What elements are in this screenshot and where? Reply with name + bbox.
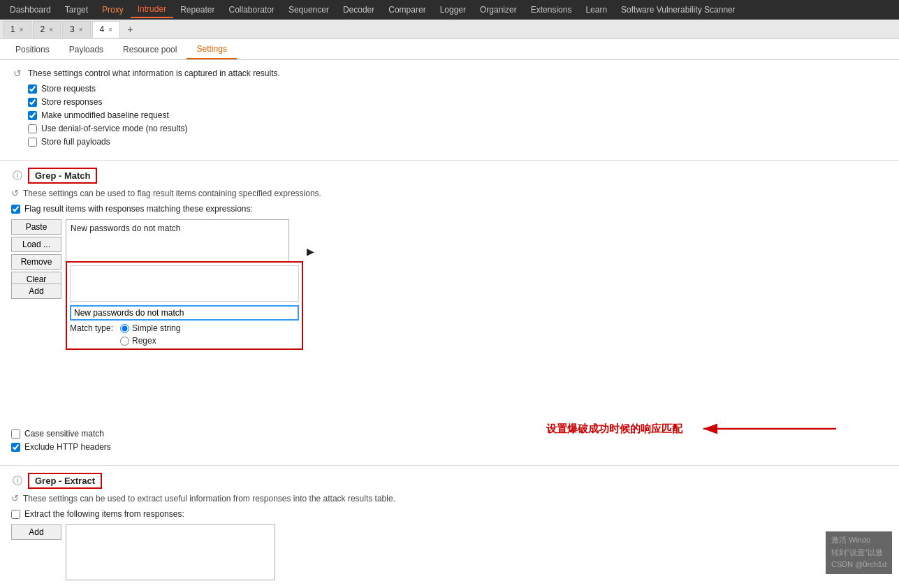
menu-proxy[interactable]: Proxy [95,2,131,17]
menu-comparer[interactable]: Comparer [381,2,432,17]
store-full-payloads-row: Store full payloads [28,137,888,147]
baseline-request-label: Make unmodified baseline request [41,110,169,120]
dos-mode-label: Use denial-of-service mode (no results) [41,124,187,133]
results-capture-header: ↺ These settings control what informatio… [11,67,888,80]
menu-svs[interactable]: Software Vulnerability Scanner [614,2,743,17]
baseline-request-row: Make unmodified baseline request [28,110,888,120]
grep-extract-reset-icon[interactable]: ↺ [11,493,19,504]
tab-3-close[interactable]: × [79,26,83,34]
grep-extract-header: ⓘ Grep - Extract [11,473,888,489]
grep-buttons-panel: Paste Load ... Remove Clear [11,219,61,287]
grep-match-info-icon[interactable]: ⓘ [11,170,24,182]
menu-organizer[interactable]: Organizer [473,2,524,17]
extract-list[interactable] [66,524,275,580]
tab-4-close[interactable]: × [108,26,112,34]
menu-intruder[interactable]: Intruder [131,1,173,18]
grep-extract-desc: These settings can be used to extract us… [23,494,395,504]
store-responses-label: Store responses [41,97,102,107]
tab-3-label: 3 [70,24,75,34]
exclude-http-headers-row: Exclude HTTP headers [11,442,888,452]
subtab-settings[interactable]: Settings [187,40,236,59]
main-content: ↺ These settings control what informatio… [0,60,899,588]
tab-bar: 1 × 2 × 3 × 4 × + [0,20,899,39]
store-requests-checkbox[interactable] [28,84,37,94]
grep-match-title: Grep - Match [28,168,97,184]
store-responses-row: Store responses [28,97,888,107]
simple-string-label[interactable]: Simple string [120,323,180,333]
grep-edit-textarea[interactable] [70,265,299,302]
tab-4-label: 4 [100,24,105,34]
arrow-right-icon: ▶ [307,246,314,257]
tab-2-close[interactable]: × [49,26,53,34]
dos-mode-checkbox[interactable] [28,124,37,133]
match-type-row: Match type: Simple string [70,323,299,333]
watermark-line1: 激活 Windo [831,534,886,547]
sub-tab-bar: Positions Payloads Resource pool Setting… [0,39,899,60]
list-item: New passwords do not match [69,223,286,234]
exclude-http-headers-label: Exclude HTTP headers [24,442,111,452]
exclude-http-headers-checkbox[interactable] [11,443,20,452]
menu-logger[interactable]: Logger [433,2,473,17]
results-capture-desc: These settings control what information … [28,68,280,78]
tab-2[interactable]: 2 × [33,21,61,38]
remove-button[interactable]: Remove [11,254,61,270]
baseline-request-checkbox[interactable] [28,111,37,120]
dos-mode-row: Use denial-of-service mode (no results) [28,124,888,133]
menu-dashboard[interactable]: Dashboard [3,2,58,17]
inline-edit-box: Match type: Simple string Match type: Re… [66,261,303,350]
menu-decoder[interactable]: Decoder [336,2,381,17]
store-responses-checkbox[interactable] [28,98,37,107]
store-full-payloads-checkbox[interactable] [28,138,37,147]
regex-label[interactable]: Regex [120,336,156,346]
tab-1-close[interactable]: × [20,26,24,34]
store-full-payloads-label: Store full payloads [41,137,110,147]
extract-items-row: Extract the following items from respons… [11,509,888,519]
menu-learn[interactable]: Learn [578,2,614,17]
case-sensitive-checkbox[interactable] [11,429,20,439]
menu-bar: Dashboard Target Proxy Intruder Repeater… [0,0,899,20]
extract-items-label: Extract the following items from respons… [24,509,184,519]
simple-string-radio[interactable] [120,324,129,333]
menu-extensions[interactable]: Extensions [524,2,579,17]
grep-extract-section: ⓘ Grep - Extract ↺ These settings can be… [0,466,899,588]
subtab-resource-pool[interactable]: Resource pool [113,41,187,59]
flag-result-items-checkbox[interactable] [11,205,20,214]
add-button[interactable]: Add [11,284,61,299]
results-reset-icon[interactable]: ↺ [11,67,24,80]
flag-result-items-row: Flag result items with responses matchin… [11,204,888,214]
grep-match-reset-icon[interactable]: ↺ [11,188,19,198]
watermark-line3: CSDN @0rch1d [831,559,886,571]
menu-target[interactable]: Target [58,2,95,17]
flag-result-items-label: Flag result items with responses matchin… [24,204,253,214]
case-sensitive-label: Case sensitive match [24,429,104,439]
menu-repeater[interactable]: Repeater [173,2,221,17]
grep-match-desc-row: ↺ These settings can be used to flag res… [11,188,888,198]
grep-extract-title: Grep - Extract [28,473,102,489]
tab-1[interactable]: 1 × [3,21,31,38]
subtab-positions[interactable]: Positions [6,41,59,59]
paste-button[interactable]: Paste [11,219,61,235]
store-requests-label: Store requests [41,84,96,94]
grep-extract-info-icon[interactable]: ⓘ [11,475,24,487]
regex-radio[interactable] [120,337,129,346]
tab-4[interactable]: 4 × [92,21,121,38]
grep-list-container: Paste Load ... Remove Clear New password… [11,219,888,289]
results-capture-section: ↺ These settings control what informatio… [0,60,899,161]
menu-sequencer[interactable]: Sequencer [282,2,336,17]
extract-add-button[interactable]: Add [11,524,61,540]
menu-collaborator[interactable]: Collaborator [222,2,282,17]
tab-2-label: 2 [41,24,45,34]
extract-items-checkbox[interactable] [11,510,20,519]
watermark-line2: 转到"设置"以激 [831,547,886,559]
regex-text: Regex [132,336,156,346]
grep-extract-desc-row: ↺ These settings can be used to extract … [11,493,888,504]
tab-add-button[interactable]: + [122,21,138,38]
subtab-payloads[interactable]: Payloads [59,41,113,59]
load-button[interactable]: Load ... [11,237,61,252]
grep-edit-input[interactable] [70,305,299,321]
simple-string-text: Simple string [132,323,180,333]
regex-type-row: Match type: Regex [70,336,299,346]
grep-match-header: ⓘ Grep - Match [11,168,888,184]
tab-3[interactable]: 3 × [62,21,91,38]
annotation-arrow-svg [689,416,843,441]
